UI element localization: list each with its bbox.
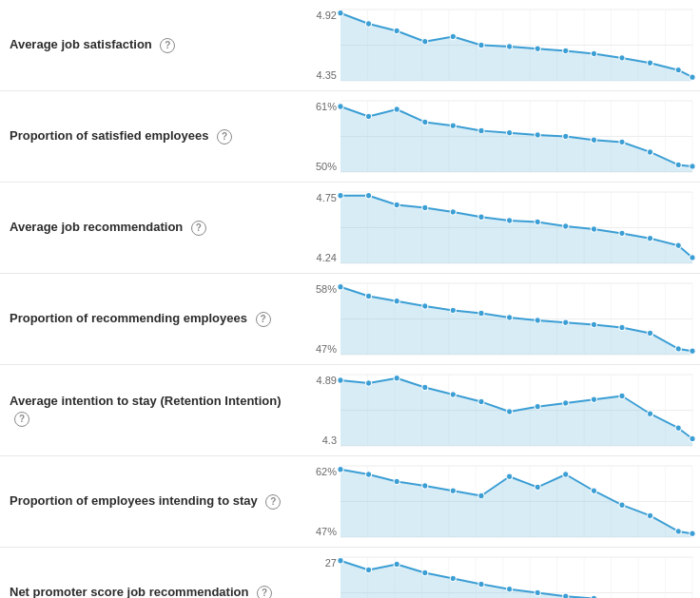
svg-point-84 [478,214,484,220]
metric-title-proportion-intending-stay: Proportion of employees intending to sta… [10,492,293,510]
svg-point-55 [535,132,540,138]
svg-point-119 [591,321,596,327]
svg-point-117 [535,318,540,323]
svg-point-209 [507,586,513,591]
svg-point-210 [535,589,540,595]
svg-point-52 [450,123,456,128]
svg-point-48 [338,104,343,109]
svg-point-182 [619,502,625,508]
metric-title-proportion-recommending: Proportion of recommending employees ? [10,310,293,327]
metric-label-proportion-intending-stay: Proportion of employees intending to sta… [0,456,304,547]
chart-proportion-intending-stay [340,456,700,547]
help-icon-avg-intention-stay[interactable]: ? [14,412,29,427]
svg-point-149 [563,400,569,406]
chart-avg-intention-stay [340,365,700,455]
svg-point-57 [591,137,596,143]
y-max-proportion-intending-stay: 62% [304,466,337,477]
chart-proportion-recommending [340,274,700,364]
svg-point-19 [394,28,399,33]
chart-avg-job-recommendation [340,183,700,273]
metric-label-avg-job-satisfaction: Average job satisfaction ? [0,0,304,90]
svg-marker-140 [340,377,692,445]
svg-point-122 [675,346,681,352]
y-axis-avg-intention-stay: 4.89 4.3 [304,365,340,455]
y-max-avg-job-recommendation: 4.75 [304,192,337,203]
y-min-avg-intention-stay: 4.3 [304,434,337,446]
svg-point-27 [619,55,625,61]
svg-point-21 [450,33,456,39]
metric-chart-area-proportion-recommending: 58% 47% [304,274,700,364]
help-icon-avg-job-satisfaction[interactable]: ? [160,38,175,53]
y-min-proportion-satisfied: 50% [304,161,337,172]
svg-point-115 [478,310,484,316]
svg-point-144 [422,384,428,390]
svg-point-24 [535,46,540,51]
y-max-avg-job-satisfaction: 4.92 [304,10,337,21]
help-icon-proportion-satisfied[interactable]: ? [217,129,232,145]
svg-point-112 [394,298,399,303]
svg-point-26 [591,50,596,56]
y-axis-proportion-recommending: 58% 47% [304,274,340,364]
help-icon-proportion-intending-stay[interactable]: ? [265,494,281,510]
svg-point-208 [478,581,484,587]
metric-chart-area-avg-job-recommendation: 4.75 4.24 [304,183,700,273]
svg-point-143 [394,375,399,380]
svg-point-211 [563,593,569,598]
metric-label-avg-job-recommendation: Average job recommendation ? [0,183,304,273]
svg-point-116 [507,315,513,320]
metric-title-avg-intention-stay: Average intention to stay (Retention Int… [10,393,293,427]
metric-title-avg-job-recommendation: Average job recommendation ? [10,219,293,236]
svg-point-82 [422,204,428,210]
svg-point-176 [450,488,456,493]
svg-point-148 [535,403,540,409]
help-icon-proportion-recommending[interactable]: ? [256,312,271,327]
svg-point-29 [675,67,681,72]
y-axis-avg-job-satisfaction: 4.92 4.35 [304,0,340,90]
y-max-net-promoter-score: 27 [304,557,337,569]
svg-point-142 [366,380,372,386]
svg-point-183 [648,512,653,518]
svg-point-146 [478,398,484,404]
help-icon-net-promoter-score[interactable]: ? [257,586,272,598]
y-axis-avg-job-recommendation: 4.75 4.24 [304,183,340,273]
svg-point-54 [507,129,513,135]
svg-point-185 [690,530,695,536]
svg-point-49 [366,113,372,119]
help-icon-avg-job-recommendation[interactable]: ? [191,221,206,236]
y-max-avg-intention-stay: 4.89 [304,375,337,386]
svg-point-51 [422,119,428,125]
y-axis-proportion-intending-stay: 62% 47% [304,456,340,547]
metric-title-net-promoter-score: Net promoter score job recommendation ? [10,584,293,598]
svg-point-25 [563,48,569,53]
metric-row-proportion-satisfied: Proportion of satisfied employees ? 61% … [0,91,700,183]
svg-point-118 [563,319,569,325]
y-min-proportion-intending-stay: 47% [304,526,337,537]
svg-point-110 [338,283,343,289]
svg-point-204 [366,567,372,572]
svg-point-80 [366,192,372,198]
svg-marker-109 [340,287,692,355]
y-axis-proportion-satisfied: 61% 50% [304,91,340,182]
metric-row-proportion-intending-stay: Proportion of employees intending to sta… [0,456,700,548]
metric-chart-area-proportion-satisfied: 61% 50% [304,91,700,182]
svg-point-113 [422,303,428,309]
y-min-avg-job-satisfaction: 4.35 [304,69,337,81]
svg-point-50 [394,106,399,112]
svg-point-152 [648,411,653,416]
svg-point-150 [591,396,596,402]
svg-point-60 [675,162,681,167]
svg-point-207 [450,575,456,581]
metric-label-proportion-recommending: Proportion of recommending employees ? [0,274,304,364]
svg-point-147 [507,409,513,415]
svg-point-59 [648,149,653,155]
svg-point-178 [507,473,513,479]
svg-point-90 [648,235,653,241]
svg-point-205 [394,561,399,567]
svg-point-30 [690,74,695,80]
svg-point-180 [563,471,569,476]
metric-row-proportion-recommending: Proportion of recommending employees ? 5… [0,274,700,365]
svg-point-22 [478,42,484,48]
svg-point-111 [366,293,372,299]
chart-net-promoter-score [340,548,700,598]
metric-chart-area-proportion-intending-stay: 62% 47% [304,456,700,547]
